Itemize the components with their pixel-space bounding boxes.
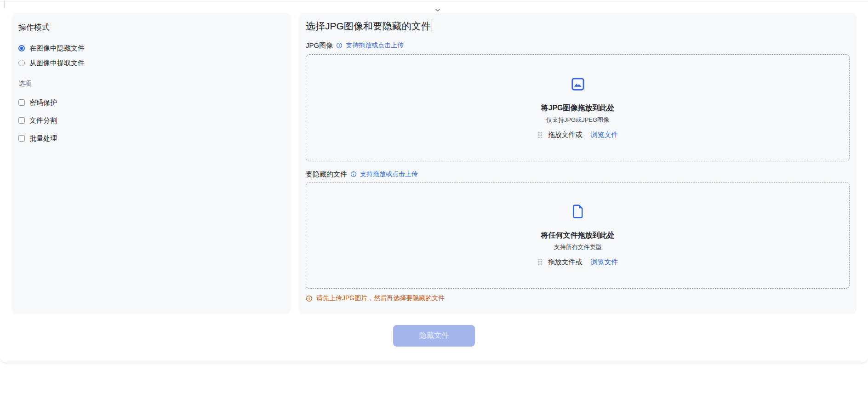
image-icon xyxy=(571,77,585,93)
file-icon xyxy=(572,205,584,220)
dropzone-action-row: 拖放文件或 浏览文件 xyxy=(537,130,618,139)
drag-dots-icon xyxy=(537,259,542,266)
checkbox-label: 批量处理 xyxy=(29,134,57,143)
checkbox-file-split[interactable]: 文件分割 xyxy=(18,116,284,125)
drag-file-text: 拖放文件或 xyxy=(548,257,582,267)
radio-label: 从图像中提取文件 xyxy=(29,59,85,68)
drag-file-text: 拖放文件或 xyxy=(548,130,582,139)
warning-text: 请先上传JPG图片，然后再选择要隐藏的文件 xyxy=(316,294,445,302)
chevron-down-icon xyxy=(434,6,441,15)
header-divider-stub xyxy=(4,0,5,8)
radio-hide-in-image[interactable]: 在图像中隐藏文件 xyxy=(18,44,284,53)
dropzone-action-row: 拖放文件或 浏览文件 xyxy=(537,257,618,267)
radio-button-icon[interactable] xyxy=(18,45,25,51)
mode-heading: 操作模式 xyxy=(18,22,284,33)
radio-button-icon[interactable] xyxy=(18,60,25,66)
file-upload-hint-link[interactable]: 支持拖放或点击上传 xyxy=(360,170,418,178)
jpg-dropzone[interactable]: 将JPG图像拖放到此处 仅支持JPG或JPEG图像 拖放文件或 浏览文件 xyxy=(306,54,850,161)
checkbox-password-protect[interactable]: 密码保护 xyxy=(18,98,284,107)
hide-file-button[interactable]: 隐藏文件 xyxy=(393,325,475,347)
upload-panel: 选择JPG图像和要隐藏的文件 JPG图像 支持拖放或点击上传 将JPG图像拖放到… xyxy=(299,13,857,314)
checkbox-icon[interactable] xyxy=(18,117,25,124)
jpg-field-label-row: JPG图像 支持拖放或点击上传 xyxy=(306,41,850,50)
checkbox-icon[interactable] xyxy=(18,135,25,142)
page-title: 选择JPG图像和要隐藏的文件 xyxy=(306,19,850,33)
file-dropzone[interactable]: 将任何文件拖放到此处 支持所有文件类型 拖放文件或 浏览文件 xyxy=(306,182,850,289)
info-circle-icon xyxy=(336,42,343,49)
tool-card: 操作模式 在图像中隐藏文件 从图像中提取文件 选项 密码保护 文件分割 批量处理 xyxy=(0,1,868,363)
info-circle-icon xyxy=(350,171,357,177)
dropzone-title: 将任何文件拖放到此处 xyxy=(541,231,615,240)
checkbox-label: 文件分割 xyxy=(29,116,57,125)
file-field-label: 要隐藏的文件 xyxy=(306,170,347,179)
radio-extract-from-image[interactable]: 从图像中提取文件 xyxy=(18,58,284,68)
dropzone-subtitle: 支持所有文件类型 xyxy=(554,243,602,251)
collapse-toggle-button[interactable] xyxy=(431,6,444,15)
options-heading: 选项 xyxy=(18,80,284,88)
dropzone-subtitle: 仅支持JPG或JPEG图像 xyxy=(546,116,609,124)
panels-row: 操作模式 在图像中隐藏文件 从图像中提取文件 选项 密码保护 文件分割 批量处理 xyxy=(0,1,868,314)
jpg-upload-hint-link[interactable]: 支持拖放或点击上传 xyxy=(346,41,404,50)
radio-label: 在图像中隐藏文件 xyxy=(29,44,85,53)
checkbox-icon[interactable] xyxy=(18,99,25,106)
checkbox-label: 密码保护 xyxy=(29,98,57,107)
jpg-field-label: JPG图像 xyxy=(306,41,333,50)
browse-files-link[interactable]: 浏览文件 xyxy=(591,257,618,267)
checkbox-batch-process[interactable]: 批量处理 xyxy=(18,134,284,143)
action-area: 隐藏文件 xyxy=(0,325,868,347)
dropzone-title: 将JPG图像拖放到此处 xyxy=(541,103,614,113)
settings-panel: 操作模式 在图像中隐藏文件 从图像中提取文件 选项 密码保护 文件分割 批量处理 xyxy=(12,13,291,314)
text-caret xyxy=(432,21,433,32)
drag-dots-icon xyxy=(537,131,542,138)
warning-info-circle-icon xyxy=(306,295,313,302)
upload-order-warning: 请先上传JPG图片，然后再选择要隐藏的文件 xyxy=(306,294,850,302)
browse-files-link[interactable]: 浏览文件 xyxy=(591,130,618,139)
file-field-label-row: 要隐藏的文件 支持拖放或点击上传 xyxy=(306,170,850,179)
